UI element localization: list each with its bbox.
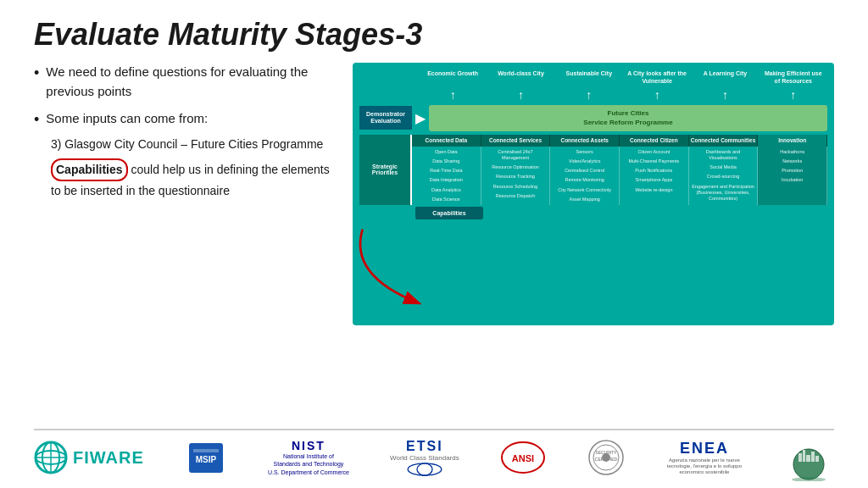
svg-rect-8: [193, 449, 219, 452]
label-vulnerable: A City looks after the Vulnerable: [627, 69, 687, 85]
arrow-3: ↑: [559, 88, 619, 102]
label-learning: A Learning City: [695, 69, 754, 85]
col-services: Centralised 24x7 Management Resource Opt…: [481, 147, 551, 205]
item: Crowd-sourcing: [691, 173, 756, 180]
item: Asset Mapping: [552, 196, 617, 203]
label-economic: Economic Growth: [423, 69, 482, 85]
city-globe: [783, 435, 834, 481]
col-communities: Dashboards and Visualisations Social Med…: [689, 147, 759, 205]
item: Social Media: [691, 164, 756, 171]
item: Resource Scheduling: [483, 183, 548, 191]
svg-point-9: [408, 463, 442, 474]
header-connected-citizen: Connected Citizen: [620, 135, 689, 147]
svg-point-10: [417, 463, 432, 474]
header-connected-data: Connected Data: [412, 135, 481, 147]
circular-logo: SECURITY CERTIFIED: [587, 439, 626, 477]
nist-logo: NIST National Institute of Standards and…: [268, 439, 349, 477]
fiware-icon: [34, 441, 68, 474]
item: Resource Dispatch: [483, 192, 548, 200]
header-connected-communities: Connected Communities: [689, 135, 759, 147]
item: Dashboards and Visualisations: [691, 148, 756, 162]
item: Data Analytics: [414, 186, 479, 194]
col-assets: Sensors Video/Analytics Centralised Cont…: [550, 147, 620, 205]
arrow-4: ↑: [627, 88, 687, 102]
bullet-1-text: We need to define questions for evaluati…: [46, 63, 339, 101]
diagram: Economic Growth World-class City Sustain…: [353, 63, 834, 325]
item: Open Data: [414, 148, 479, 156]
footer: FIWARE MSIP NIST National Institute of S…: [34, 429, 834, 480]
item: Remote Monitoring: [552, 176, 617, 184]
capabilities-highlight: Capabilities: [51, 158, 128, 180]
nist-line2: National Institute of: [268, 452, 349, 460]
item: Promotion: [760, 167, 825, 175]
item: Networks: [760, 158, 825, 165]
item: Engagement and Participation (Businesses…: [691, 183, 756, 202]
strategic-col: Strategic Priorities: [359, 135, 412, 205]
header-connected-services: Connected Services: [481, 135, 551, 147]
enea-logo: ENEA Agenzia nazionale per le nuove tecn…: [666, 439, 743, 477]
svg-rect-23: [811, 452, 815, 462]
etsi-text: ETSI: [406, 439, 443, 454]
label-sustainable: Sustainable City: [559, 69, 619, 85]
arrow-2: ↑: [491, 88, 550, 102]
item: Data Integration: [414, 176, 479, 184]
arrows-row: ↑ ↑ ↑ ↑ ↑ ↑: [359, 88, 827, 102]
slide: Evaluate Maturity Stages-3 • We need to …: [0, 0, 868, 488]
green-bar-title: Future Cities: [432, 108, 824, 118]
arrow-6: ↑: [764, 88, 823, 102]
col-data: Open Data Data Sharing Real-Time Data Da…: [412, 147, 481, 205]
nist-line3: Standards and Technology: [268, 460, 349, 468]
demo-eval-box: Demonstrator Evaluation: [359, 106, 412, 130]
table-header-row: Connected Data Connected Services Connec…: [412, 135, 827, 147]
bullet-dot-1: •: [34, 63, 39, 84]
msip-icon: MSIP: [185, 439, 227, 477]
item: Resource Optimisation: [483, 164, 548, 171]
programme-title: 3) Glasgow City Council – Future Cities …: [51, 136, 339, 153]
svg-rect-22: [806, 455, 810, 462]
nist-line4: U.S. Department of Commerce: [268, 469, 349, 476]
arrow-1: ↑: [423, 88, 482, 102]
circular-stamp-icon: SECURITY CERTIFIED: [587, 439, 626, 477]
capabilities-text: Capabilities could help us in defining t…: [51, 158, 339, 200]
nist-subtitle: National Institute of Standards and Tech…: [268, 452, 349, 475]
sub-content: 3) Glasgow City Council – Future Cities …: [51, 136, 339, 200]
etsi-subtitle: World Class Standards: [390, 454, 459, 462]
table-body: Open Data Data Sharing Real-Time Data Da…: [412, 147, 827, 205]
item: Sensors: [552, 148, 617, 156]
slide-title: Evaluate Maturity Stages-3: [34, 17, 834, 53]
item: Hackathons: [760, 148, 825, 156]
svg-point-17: [602, 453, 610, 462]
label-efficient: Making Efficient use of Resources: [764, 69, 823, 85]
fiware-logo: FIWARE: [34, 439, 144, 477]
svg-text:ANSI: ANSI: [512, 453, 534, 463]
arrow-5: ↑: [695, 88, 754, 102]
item: Push Notifications: [621, 167, 687, 175]
item: Incubation: [760, 176, 825, 184]
item: Website re-design: [621, 186, 687, 194]
city-globe-icon: [783, 435, 834, 481]
bullet-2: • Some inputs can come from: 3) Glasgow …: [34, 109, 339, 200]
content-area: • We need to define questions for evalua…: [34, 63, 834, 424]
green-bar-row: Demonstrator Evaluation ▶ Future Cities …: [359, 105, 827, 130]
bullet-2-text: Some inputs can come from:: [46, 109, 208, 129]
msip-logo: MSIP: [185, 439, 227, 477]
bullet-1: • We need to define questions for evalua…: [34, 63, 339, 101]
enea-subtitle: Agenzia nazionale per le nuove tecnologi…: [666, 458, 743, 476]
item: Resource Tracking: [483, 173, 548, 180]
table-area: Strategic Priorities Connected Data Conn…: [359, 135, 827, 205]
item: Video/Analytics: [552, 158, 617, 165]
item: Citizen Account: [621, 148, 687, 156]
item: Data Sharing: [414, 158, 479, 165]
header-innovation: Innovation: [758, 135, 827, 147]
left-column: • We need to define questions for evalua…: [34, 63, 339, 424]
etsi-icon: [403, 462, 446, 477]
item: City Network Connectivity: [552, 186, 617, 194]
label-worldclass: World-class City: [491, 69, 550, 85]
arrow-right-icon: ▶: [415, 110, 426, 126]
strategic-label: Strategic Priorities: [362, 164, 408, 175]
item: Real-Time Data: [414, 167, 479, 175]
green-bar: Future Cities Service Reform Programme: [429, 105, 827, 130]
svg-rect-21: [803, 450, 805, 462]
right-column: Economic Growth World-class City Sustain…: [353, 63, 834, 424]
enea-text: ENEA: [680, 440, 729, 458]
